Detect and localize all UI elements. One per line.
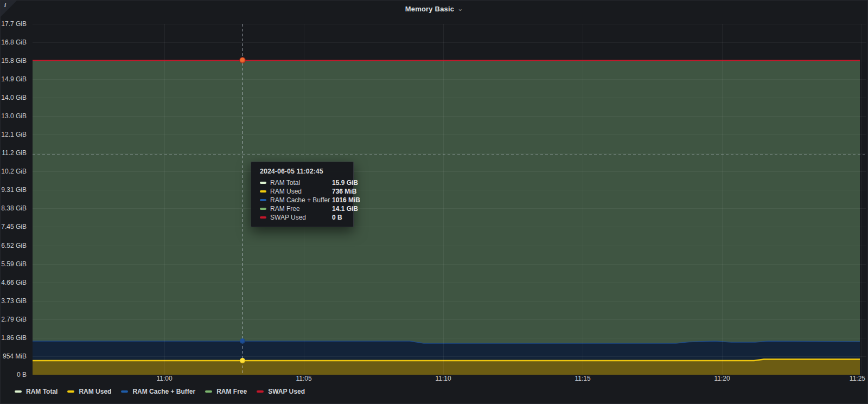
legend-label: RAM Total (26, 388, 58, 395)
x-tick-label: 11:15 (567, 375, 598, 383)
y-tick-label: 14.9 GiB (1, 75, 27, 84)
x-tick-label: 11:20 (707, 375, 737, 383)
y-tick-label: 1.86 GiB (1, 334, 27, 342)
tooltip-row: RAM Cache + Buffer 1016 MiB (260, 196, 348, 204)
legend-label: RAM Used (79, 388, 111, 395)
panel-title[interactable]: Memory Basic (405, 5, 455, 13)
tooltip-row: RAM Free 14.1 GiB (260, 204, 348, 213)
tooltip-timestamp: 2024-06-05 11:02:45 (260, 168, 348, 175)
y-tick-label: 17.7 GiB (1, 20, 27, 28)
chart-canvas (33, 24, 866, 375)
y-tick-label: 9.31 GiB (1, 185, 27, 194)
chart-plot-area[interactable] (33, 24, 866, 375)
info-icon: i (4, 2, 6, 8)
legend-label: RAM Free (216, 388, 247, 395)
tooltip-series-value: 1016 MiB (332, 196, 360, 204)
memory-basic-panel: i Memory Basic ⌄ 17.7 GiB 16.8 GiB 15.8 … (0, 0, 868, 404)
x-tick-label: 11:05 (289, 375, 319, 383)
ram-cache-buffer-swatch-icon (260, 199, 266, 201)
ram-used-swatch-icon (260, 190, 266, 193)
y-tick-label: 6.52 GiB (1, 241, 27, 250)
tooltip-series-value: 14.1 GiB (332, 205, 358, 213)
y-tick-label: 7.45 GiB (1, 222, 27, 231)
tooltip-series-label: RAM Cache + Buffer (270, 196, 328, 204)
x-tick-label: 11:10 (428, 375, 458, 383)
y-tick-label: 3.73 GiB (1, 297, 27, 305)
tooltip-row: SWAP Used 0 B (260, 213, 348, 222)
ram-free-swatch-icon (205, 390, 212, 393)
y-tick-label: 8.38 GiB (1, 204, 27, 213)
chevron-down-icon[interactable]: ⌄ (457, 6, 463, 11)
y-tick-label: 954 MiB (1, 352, 27, 361)
ram-free-swatch-icon (260, 208, 266, 210)
hover-point-swap-used (240, 57, 245, 63)
hover-point-ram-used (240, 358, 245, 363)
legend-label: RAM Cache + Buffer (132, 388, 195, 395)
swap-used-swatch-icon (257, 390, 264, 393)
tooltip-series-label: SWAP Used (270, 214, 328, 221)
y-tick-label: 10.2 GiB (1, 167, 27, 176)
chart-legend: RAM Total RAM Used RAM Cache + Buffer RA… (15, 387, 305, 396)
y-tick-label: 16.8 GiB (1, 38, 27, 47)
swap-used-swatch-icon (260, 216, 266, 219)
ram-total-swatch-icon (260, 182, 266, 184)
tooltip-series-value: 0 B (332, 214, 348, 221)
ram-cache-buffer-swatch-icon (121, 390, 128, 393)
y-tick-label: 13.0 GiB (1, 112, 27, 120)
legend-item-ram-cache-buffer[interactable]: RAM Cache + Buffer (121, 388, 195, 395)
ram-free-area (33, 61, 860, 375)
y-tick-label: 5.59 GiB (1, 260, 27, 268)
tooltip-series-label: RAM Free (270, 205, 328, 213)
x-tick-label: 11:00 (149, 375, 180, 383)
tooltip-series-label: RAM Used (270, 188, 328, 195)
y-tick-label: 12.1 GiB (1, 130, 27, 139)
crosshair-vertical (242, 24, 242, 375)
y-tick-label: 0 B (1, 370, 27, 379)
ram-used-area (33, 360, 860, 375)
legend-item-ram-free[interactable]: RAM Free (205, 388, 247, 395)
tooltip-series-label: RAM Total (270, 179, 328, 187)
tooltip-row: RAM Total 15.9 GiB (260, 178, 348, 187)
chart-tooltip: 2024-06-05 11:02:45 RAM Total 15.9 GiB R… (251, 162, 354, 227)
legend-item-ram-used[interactable]: RAM Used (67, 388, 111, 395)
y-tick-label: 11.2 GiB (1, 149, 27, 157)
y-tick-label: 2.79 GiB (1, 315, 27, 324)
crosshair-horizontal (33, 155, 865, 155)
y-tick-label: 14.0 GiB (1, 93, 27, 102)
ram-total-swatch-icon (15, 390, 22, 393)
legend-label: SWAP Used (268, 388, 305, 395)
x-tick-label: 11:25 (835, 375, 865, 383)
tooltip-series-value: 736 MiB (332, 188, 356, 195)
legend-item-swap-used[interactable]: SWAP Used (257, 388, 305, 395)
ram-used-swatch-icon (67, 390, 74, 393)
panel-header[interactable]: Memory Basic ⌄ (1, 1, 867, 17)
y-tick-label: 15.8 GiB (1, 56, 27, 65)
legend-item-ram-total[interactable]: RAM Total (15, 388, 58, 395)
tooltip-row: RAM Used 736 MiB (260, 187, 348, 196)
tooltip-series-value: 15.9 GiB (332, 179, 358, 187)
hover-point-ram-cache-buffer (240, 338, 245, 344)
y-tick-label: 4.66 GiB (1, 278, 27, 287)
